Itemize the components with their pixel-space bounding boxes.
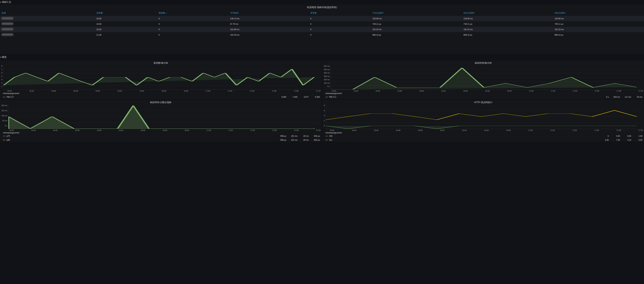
machine-cell: [2, 22, 13, 25]
svg-marker-0: [8, 106, 314, 129]
chevron-down-icon: ▾: [0, 56, 1, 58]
anom-cell: 0: [309, 16, 371, 21]
legend-row-200[interactable]: 200 0 3.00 0.84 1.00: [322, 134, 644, 138]
anom-cell: 0: [309, 21, 371, 27]
table-row[interactable]: 25.00 0 182.68 ms 0 191.03 ms 191.03 ms …: [0, 27, 644, 32]
y-axis: 200 ms150 ms100 ms50 ms0 s: [1, 104, 8, 129]
section-header-overview[interactable]: ▾ 概览: [0, 55, 644, 60]
chart-response-per-min[interactable]: 响应时间/每分钟 600 ms500 ms400 ms300 ms200 ms1…: [322, 60, 644, 99]
th-p75[interactable]: 75分位耗时: [371, 10, 462, 16]
chart-title: 请求数/每分钟: [0, 60, 322, 65]
anom-cell: 0: [309, 27, 371, 32]
series-color-swatch: [3, 136, 5, 136]
plot-area: [8, 104, 320, 129]
table-row[interactable]: 24.00 0 67.79 ms 0 739.11 µs 739.11 µs 7…: [0, 21, 644, 27]
p75-cell: 666.10 µs: [371, 32, 462, 38]
table-title: 机器维度-指标列表(选定时段): [0, 4, 644, 10]
requests-cell: 21.00: [95, 32, 157, 38]
th-p90[interactable]: 90分位耗时: [462, 10, 553, 16]
chart-percentile[interactable]: 响应时间-分数位指标 200 ms150 ms100 ms50 ms0 s 16…: [0, 100, 322, 142]
legend-row-3xx[interactable]: 3xx 3.00 7.00 4.10 4.00: [322, 138, 644, 142]
th-errors[interactable]: 错误数▾: [157, 10, 228, 16]
legend-row[interactable]: http入口 0 s 528 ms 117 ms 53 ms: [322, 94, 644, 99]
chart-title: 响应时间-分数位指标: [0, 100, 322, 104]
avg-cell: 136.14 ms: [228, 16, 309, 21]
table-row[interactable]: 28.00 0 136.14 ms 0 135.99 ms 135.99 ms …: [0, 16, 644, 21]
p99-cell: 191.03 ms: [553, 27, 644, 32]
x-axis: 16:4216:4416:4616:4816:5016:5216:5416:56…: [322, 129, 644, 131]
p99-cell: 135.99 ms: [553, 16, 644, 21]
series-color-swatch: [3, 97, 5, 97]
p90-cell: 739.11 µs: [462, 21, 553, 27]
y-axis: 600 ms500 ms400 ms300 ms200 ms100 ms0 s: [324, 65, 331, 90]
p99-cell: 739.11 µs: [553, 21, 644, 27]
plot-area: [3, 65, 320, 90]
legend-row[interactable]: http入口 3.000 7.000 4.677 5.000: [0, 94, 322, 99]
y-axis: 8765432: [1, 65, 3, 90]
x-axis: 16:4216:4416:4616:4816:5016:5216:5416:56…: [0, 129, 322, 131]
series-color-swatch: [326, 136, 328, 136]
p90-cell: 666.10 µs: [462, 32, 553, 38]
machine-cell: [2, 34, 13, 36]
legend-row-p75[interactable]: p75 598 µs 191 ms 28 ms 630 µs: [0, 134, 322, 138]
th-requests[interactable]: 请求数: [95, 10, 157, 16]
machine-cell: [2, 28, 13, 30]
p90-cell: 135.99 ms: [462, 16, 553, 21]
plot-area: [326, 104, 643, 129]
plot-area: [331, 65, 643, 90]
avg-cell: 67.79 ms: [228, 21, 309, 27]
errors-cell: 0: [157, 27, 228, 32]
machine-cell: [2, 17, 13, 20]
p90-cell: 191.03 ms: [462, 27, 553, 32]
chart-title: 响应时间/每分钟: [322, 60, 644, 65]
series-color-swatch: [3, 140, 5, 140]
errors-cell: 0: [157, 32, 228, 38]
table-panel: 机器维度-指标列表(选定时段) 机器 请求数 错误数▾ 平均耗时 异常数 75分…: [0, 4, 644, 54]
chart-requests-per-min[interactable]: 请求数/每分钟 8765432 16:4216:4416:4616:4816:5…: [0, 60, 322, 99]
legend-row-p90[interactable]: p90 598 µs 191 ms 28 ms 630 µs: [0, 138, 322, 142]
avg-cell: 182.68 ms: [228, 27, 309, 32]
th-anomalies[interactable]: 异常数: [309, 10, 371, 16]
th-p99[interactable]: 99分位耗时: [553, 10, 644, 16]
th-machine[interactable]: 机器: [0, 10, 95, 16]
requests-cell: 28.00: [95, 16, 157, 21]
chevron-down-icon: ▾: [0, 1, 1, 3]
series-color-swatch: [326, 140, 328, 140]
errors-cell: 0: [157, 16, 228, 21]
x-axis: 16:4216:4416:4616:4816:5016:5216:5416:56…: [0, 90, 322, 92]
y-axis: 86420: [324, 104, 326, 129]
section-title-text: 概览: [2, 56, 6, 59]
p75-cell: 739.11 µs: [371, 21, 462, 27]
requests-cell: 24.00: [95, 21, 157, 27]
section-title-text: 指标汇总: [2, 1, 11, 4]
anom-cell: 0: [309, 32, 371, 38]
p99-cell: 666.10 µs: [553, 32, 644, 38]
p75-cell: 191.03 ms: [371, 27, 462, 32]
section-header-summary[interactable]: ▾ 指标汇总: [0, 0, 644, 4]
p75-cell: 135.99 ms: [371, 16, 462, 21]
series-color-swatch: [326, 97, 328, 97]
x-axis: 16:4216:4416:4616:4816:5016:5216:5416:56…: [322, 90, 644, 92]
metrics-table: 机器 请求数 错误数▾ 平均耗时 异常数 75分位耗时 90分位耗时 99分位耗…: [0, 10, 644, 38]
avg-cell: 154.29 ms: [228, 32, 309, 38]
table-row[interactable]: 21.00 0 154.29 ms 0 666.10 µs 666.10 µs …: [0, 32, 644, 38]
requests-cell: 25.00: [95, 27, 157, 32]
th-avg[interactable]: 平均耗时: [228, 10, 309, 16]
chart-http-status[interactable]: HTTP-状态码统计 86420 16:4216:4416:4616:4816:…: [322, 100, 644, 142]
sort-indicator-icon: ▾: [165, 12, 166, 14]
errors-cell: 0: [157, 21, 228, 27]
chart-title: HTTP-状态码统计: [322, 100, 644, 104]
